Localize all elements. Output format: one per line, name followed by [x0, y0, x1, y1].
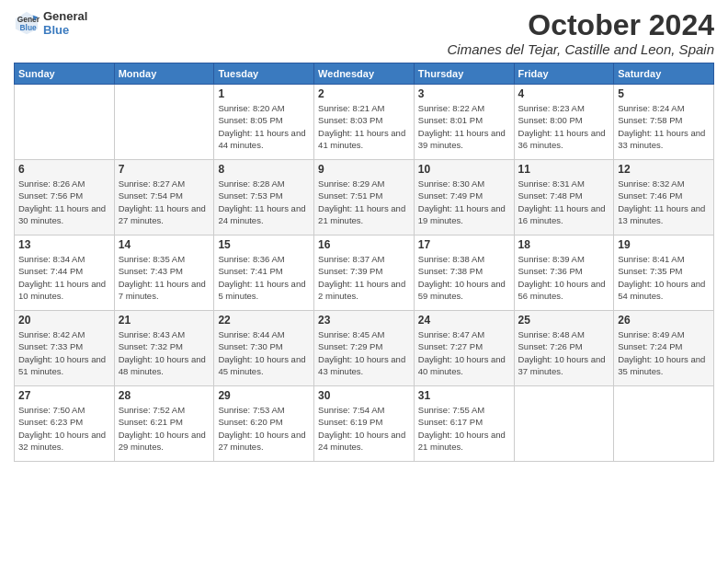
day-number: 24 — [418, 314, 510, 327]
day-info: Sunrise: 8:32 AMSunset: 7:46 PMDaylight:… — [618, 178, 710, 226]
cell-4-4: 31 Sunrise: 7:55 AMSunset: 6:17 PMDaylig… — [414, 386, 514, 462]
cell-4-5 — [514, 386, 614, 462]
day-info: Sunrise: 8:29 AMSunset: 7:51 PMDaylight:… — [318, 178, 410, 226]
day-number: 11 — [518, 163, 610, 176]
week-row-3: 13 Sunrise: 8:34 AMSunset: 7:44 PMDaylig… — [15, 236, 714, 311]
day-info: Sunrise: 8:47 AMSunset: 7:27 PMDaylight:… — [418, 328, 510, 377]
day-number: 22 — [218, 314, 310, 327]
logo: General Blue General Blue — [14, 9, 87, 37]
day-number: 16 — [318, 238, 410, 251]
day-info: Sunrise: 8:49 AMSunset: 7:24 PMDaylight:… — [618, 328, 710, 377]
page: General Blue General Blue October 2024 C… — [0, 0, 728, 563]
cell-3-4: 24 Sunrise: 8:47 AMSunset: 7:27 PMDaylig… — [414, 311, 514, 386]
cell-1-5: 11 Sunrise: 8:31 AMSunset: 7:48 PMDaylig… — [514, 160, 614, 236]
day-number: 18 — [518, 238, 610, 251]
day-info: Sunrise: 8:20 AMSunset: 8:05 PMDaylight:… — [218, 102, 310, 151]
calendar-header-row: Sunday Monday Tuesday Wednesday Thursday… — [15, 63, 714, 85]
day-number: 5 — [618, 87, 710, 100]
day-info: Sunrise: 8:42 AMSunset: 7:33 PMDaylight:… — [18, 328, 110, 377]
cell-4-0: 27 Sunrise: 7:50 AMSunset: 6:23 PMDaylig… — [15, 386, 115, 462]
day-info: Sunrise: 7:54 AMSunset: 6:19 PMDaylight:… — [318, 404, 410, 453]
week-row-1: 1 Sunrise: 8:20 AMSunset: 8:05 PMDayligh… — [15, 85, 714, 160]
cell-4-3: 30 Sunrise: 7:54 AMSunset: 6:19 PMDaylig… — [314, 386, 415, 462]
subtitle: Cimanes del Tejar, Castille and Leon, Sp… — [448, 41, 714, 57]
day-number: 17 — [418, 238, 510, 251]
col-thursday: Thursday — [414, 63, 514, 85]
day-number: 26 — [618, 314, 710, 327]
cell-2-5: 18 Sunrise: 8:39 AMSunset: 7:36 PMDaylig… — [514, 236, 614, 311]
cell-0-1 — [114, 85, 214, 160]
day-info: Sunrise: 8:44 AMSunset: 7:30 PMDaylight:… — [218, 328, 310, 377]
day-number: 12 — [618, 163, 710, 176]
day-info: Sunrise: 8:28 AMSunset: 7:53 PMDaylight:… — [218, 178, 310, 226]
cell-1-1: 7 Sunrise: 8:27 AMSunset: 7:54 PMDayligh… — [114, 160, 214, 236]
day-number: 2 — [318, 87, 410, 100]
main-title: October 2024 — [448, 9, 714, 41]
cell-2-0: 13 Sunrise: 8:34 AMSunset: 7:44 PMDaylig… — [15, 236, 115, 311]
day-info: Sunrise: 8:34 AMSunset: 7:44 PMDaylight:… — [18, 253, 110, 302]
day-number: 7 — [119, 163, 210, 176]
week-row-5: 27 Sunrise: 7:50 AMSunset: 6:23 PMDaylig… — [15, 386, 714, 462]
day-number: 15 — [218, 238, 310, 251]
day-number: 23 — [318, 314, 410, 327]
cell-3-0: 20 Sunrise: 8:42 AMSunset: 7:33 PMDaylig… — [15, 311, 115, 386]
day-info: Sunrise: 8:30 AMSunset: 7:49 PMDaylight:… — [418, 178, 510, 226]
cell-0-0 — [15, 85, 115, 160]
cell-4-2: 29 Sunrise: 7:53 AMSunset: 6:20 PMDaylig… — [214, 386, 314, 462]
day-info: Sunrise: 8:41 AMSunset: 7:35 PMDaylight:… — [618, 253, 710, 302]
title-block: October 2024 Cimanes del Tejar, Castille… — [448, 9, 714, 57]
col-tuesday: Tuesday — [214, 63, 314, 85]
cell-3-5: 25 Sunrise: 8:48 AMSunset: 7:26 PMDaylig… — [514, 311, 614, 386]
day-number: 6 — [18, 163, 110, 176]
logo-icon: General Blue — [14, 10, 40, 36]
cell-3-2: 22 Sunrise: 8:44 AMSunset: 7:30 PMDaylig… — [214, 311, 314, 386]
day-number: 27 — [18, 389, 110, 402]
cell-2-6: 19 Sunrise: 8:41 AMSunset: 7:35 PMDaylig… — [614, 236, 714, 311]
day-info: Sunrise: 8:23 AMSunset: 8:00 PMDaylight:… — [518, 102, 610, 151]
day-number: 21 — [119, 314, 210, 327]
day-info: Sunrise: 7:55 AMSunset: 6:17 PMDaylight:… — [418, 404, 510, 453]
day-info: Sunrise: 8:31 AMSunset: 7:48 PMDaylight:… — [518, 178, 610, 226]
day-number: 31 — [418, 389, 510, 402]
cell-3-3: 23 Sunrise: 8:45 AMSunset: 7:29 PMDaylig… — [314, 311, 415, 386]
day-info: Sunrise: 8:48 AMSunset: 7:26 PMDaylight:… — [518, 328, 610, 377]
cell-1-4: 10 Sunrise: 8:30 AMSunset: 7:49 PMDaylig… — [414, 160, 514, 236]
cell-1-0: 6 Sunrise: 8:26 AMSunset: 7:56 PMDayligh… — [15, 160, 115, 236]
cell-0-5: 4 Sunrise: 8:23 AMSunset: 8:00 PMDayligh… — [514, 85, 614, 160]
day-info: Sunrise: 8:21 AMSunset: 8:03 PMDaylight:… — [318, 102, 410, 151]
day-number: 10 — [418, 163, 510, 176]
day-number: 8 — [218, 163, 310, 176]
cell-2-4: 17 Sunrise: 8:38 AMSunset: 7:38 PMDaylig… — [414, 236, 514, 311]
cell-2-2: 15 Sunrise: 8:36 AMSunset: 7:41 PMDaylig… — [214, 236, 314, 311]
cell-3-6: 26 Sunrise: 8:49 AMSunset: 7:24 PMDaylig… — [614, 311, 714, 386]
day-info: Sunrise: 8:35 AMSunset: 7:43 PMDaylight:… — [119, 253, 210, 302]
col-sunday: Sunday — [15, 63, 115, 85]
day-number: 4 — [518, 87, 610, 100]
day-info: Sunrise: 8:37 AMSunset: 7:39 PMDaylight:… — [318, 253, 410, 302]
cell-3-1: 21 Sunrise: 8:43 AMSunset: 7:32 PMDaylig… — [114, 311, 214, 386]
col-monday: Monday — [114, 63, 214, 85]
day-number: 25 — [518, 314, 610, 327]
cell-1-3: 9 Sunrise: 8:29 AMSunset: 7:51 PMDayligh… — [314, 160, 415, 236]
day-info: Sunrise: 8:27 AMSunset: 7:54 PMDaylight:… — [119, 178, 210, 226]
week-row-2: 6 Sunrise: 8:26 AMSunset: 7:56 PMDayligh… — [15, 160, 714, 236]
cell-0-4: 3 Sunrise: 8:22 AMSunset: 8:01 PMDayligh… — [414, 85, 514, 160]
day-info: Sunrise: 8:22 AMSunset: 8:01 PMDaylight:… — [418, 102, 510, 151]
day-number: 19 — [618, 238, 710, 251]
day-number: 28 — [119, 389, 210, 402]
logo-text: General Blue — [43, 9, 87, 37]
cell-2-1: 14 Sunrise: 8:35 AMSunset: 7:43 PMDaylig… — [114, 236, 214, 311]
day-number: 3 — [418, 87, 510, 100]
day-info: Sunrise: 8:26 AMSunset: 7:56 PMDaylight:… — [18, 178, 110, 226]
day-info: Sunrise: 7:52 AMSunset: 6:21 PMDaylight:… — [119, 404, 210, 453]
col-friday: Friday — [514, 63, 614, 85]
cell-0-6: 5 Sunrise: 8:24 AMSunset: 7:58 PMDayligh… — [614, 85, 714, 160]
cell-0-3: 2 Sunrise: 8:21 AMSunset: 8:03 PMDayligh… — [314, 85, 415, 160]
day-number: 20 — [18, 314, 110, 327]
day-number: 13 — [18, 238, 110, 251]
cell-4-1: 28 Sunrise: 7:52 AMSunset: 6:21 PMDaylig… — [114, 386, 214, 462]
day-info: Sunrise: 8:43 AMSunset: 7:32 PMDaylight:… — [119, 328, 210, 377]
header: General Blue General Blue October 2024 C… — [14, 9, 714, 57]
day-info: Sunrise: 8:36 AMSunset: 7:41 PMDaylight:… — [218, 253, 310, 302]
day-number: 29 — [218, 389, 310, 402]
